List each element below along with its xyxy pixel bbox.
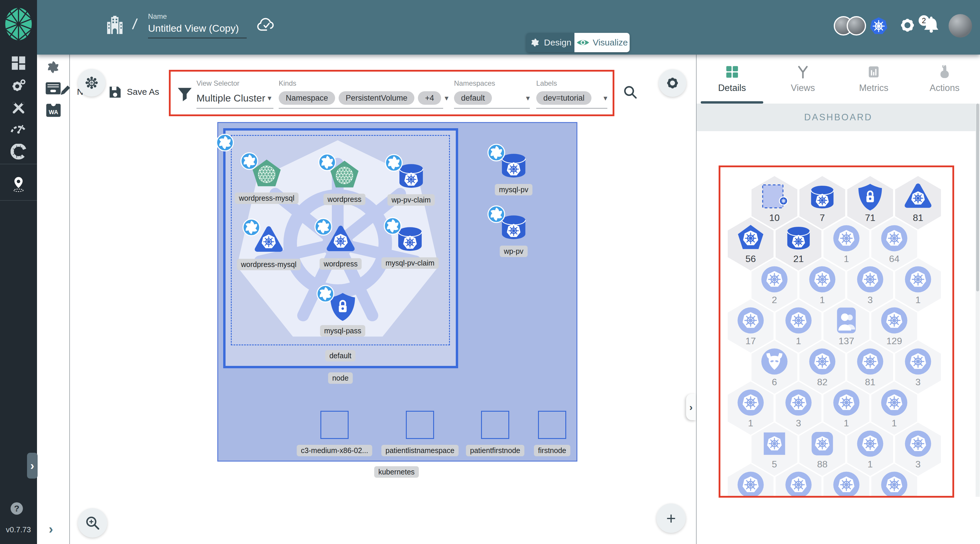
kind-chip[interactable]: PersistentVolume: [339, 91, 414, 105]
hex-cell-crd[interactable]: 3: [895, 422, 941, 476]
namespace-chip[interactable]: default: [454, 91, 492, 105]
hex-cell-secret[interactable]: 71: [847, 176, 893, 230]
collaborator-avatar[interactable]: [847, 16, 866, 35]
dashboard-section-header: DASHBOARD: [697, 103, 980, 131]
hex-cell-crd[interactable]: 1: [824, 217, 869, 271]
canvas-node-service[interactable]: [250, 157, 283, 191]
sidebar-item-location[interactable]: [0, 173, 37, 195]
canvas-node-deployment[interactable]: [324, 223, 357, 257]
tab-actions-label: Actions: [930, 83, 960, 93]
hex-cell-crd[interactable]: 1: [776, 299, 821, 353]
user-avatar[interactable]: [948, 14, 972, 38]
canvas-node-pvc[interactable]: [393, 222, 427, 256]
hex-cell-crd[interactable]: 3: [895, 340, 941, 394]
namespaces-label: Namespaces: [454, 79, 530, 87]
panel-flap-chevron[interactable]: ›: [686, 394, 696, 420]
hex-cell-crd[interactable]: 82: [799, 340, 845, 394]
meshery-spiral-tool-icon[interactable]: [45, 59, 62, 76]
hex-cell-crd[interactable]: 1: [871, 381, 917, 435]
hex-cell-volume[interactable]: 21: [776, 217, 821, 271]
gear-icon[interactable]: [899, 16, 916, 34]
hex-cell-crd[interactable]: 1: [799, 258, 845, 312]
hex-cell-pentagon[interactable]: 56: [728, 217, 773, 271]
hex-cell-deployment[interactable]: 81: [895, 176, 941, 230]
tab-design[interactable]: Design: [526, 33, 574, 52]
kinds-field[interactable]: Kinds NamespacePersistentVolume+4▾: [279, 79, 443, 109]
hex-cell-volume[interactable]: 7: [799, 176, 845, 230]
resource-honeycomb: 1077181562116421311711371296828131311588…: [717, 164, 960, 496]
node-tool-button[interactable]: [78, 69, 105, 97]
canvas-settings-button[interactable]: [659, 69, 686, 97]
hex-cell-crd[interactable]: 3: [776, 381, 821, 435]
sidebar-expand-button[interactable]: ›: [27, 453, 38, 479]
save-icon[interactable]: [109, 86, 122, 98]
tab-actions[interactable]: Actions: [909, 55, 980, 103]
namespaces-field[interactable]: Namespaces default▾: [454, 79, 530, 109]
host-node[interactable]: [320, 411, 348, 439]
view-selector-field[interactable]: View Selector Multiple Cluster▾: [196, 79, 274, 109]
hex-cell-user[interactable]: 137: [824, 299, 869, 353]
chevron-down-icon[interactable]: ▾: [445, 94, 449, 103]
hex-count: 1: [820, 295, 825, 305]
hex-cell-crd[interactable]: 1: [824, 381, 869, 435]
cluster-label-chip: kubernetes: [374, 466, 419, 478]
sidebar-item-toolbox[interactable]: [0, 97, 37, 119]
host-label-chip: patientlistnamespace: [382, 445, 459, 456]
hex-cell-crd[interactable]: 1: [728, 381, 773, 435]
save-as-button[interactable]: Save As: [127, 87, 159, 97]
hex-cell-crd[interactable]: 17: [728, 299, 773, 353]
host-node[interactable]: [538, 411, 566, 439]
view-name-input[interactable]: [148, 21, 245, 35]
sidebar-item-performance[interactable]: [0, 117, 37, 139]
canvas-node-deployment[interactable]: [252, 224, 285, 257]
chevron-down-icon[interactable]: ▾: [267, 94, 271, 103]
hex-cell-crd[interactable]: 3: [847, 258, 893, 312]
canvas-node-secret[interactable]: [326, 290, 360, 324]
zoom-in-button[interactable]: [78, 508, 107, 538]
hex-cell-roundsquare[interactable]: 88: [799, 422, 845, 476]
canvas-node-pvc[interactable]: [395, 159, 428, 193]
kind-chip[interactable]: Namespace: [279, 91, 335, 105]
sidebar-item-extensions[interactable]: [0, 141, 37, 163]
canvas-node-pvc[interactable]: [497, 211, 530, 244]
wasm-icon[interactable]: WA: [45, 102, 62, 119]
tab-metrics[interactable]: Metrics: [838, 55, 909, 103]
tab-views[interactable]: Views: [767, 55, 838, 103]
help-button[interactable]: ?: [11, 502, 23, 515]
pentagon-icon: [736, 224, 765, 253]
canvas-node-service[interactable]: [328, 159, 361, 192]
hex-cell-crd[interactable]: 81: [847, 340, 893, 394]
tab-visualize[interactable]: Visualize: [574, 33, 630, 52]
sidebar-item-dashboard[interactable]: [0, 52, 37, 74]
pencil-icon[interactable]: [57, 84, 71, 98]
hex-cell-daemon[interactable]: 6: [751, 340, 797, 394]
hex-cell-crd[interactable]: 1: [847, 422, 893, 476]
meshery-logo-icon[interactable]: [4, 6, 33, 42]
panel-scrollbar-thumb[interactable]: [976, 103, 979, 291]
meshery-badge-icon: [242, 218, 261, 237]
labels-field[interactable]: Labels dev=tutorial▾: [536, 79, 607, 109]
hex-cell-namespace[interactable]: 10: [751, 176, 797, 230]
kubernetes-context-icon[interactable]: [869, 16, 888, 36]
host-node[interactable]: [481, 411, 509, 439]
collapse-chevron[interactable]: ›: [49, 522, 53, 536]
chevron-down-icon[interactable]: ▾: [603, 94, 607, 103]
funnel-icon[interactable]: [177, 86, 192, 102]
hex-cell-crd[interactable]: 64: [871, 217, 917, 271]
hex-cell-square[interactable]: 5: [751, 422, 797, 476]
add-node-button[interactable]: +: [656, 503, 686, 533]
hex-cell-crd[interactable]: 1: [895, 258, 941, 312]
hex-cell-crd[interactable]: 129: [871, 299, 917, 353]
hex-cell-crd[interactable]: 2: [751, 258, 797, 312]
search-icon[interactable]: [623, 84, 638, 100]
chevron-down-icon[interactable]: ▾: [526, 94, 530, 103]
canvas-node-pvc[interactable]: [497, 149, 530, 182]
label-chip[interactable]: dev=tutorial: [536, 91, 592, 105]
kind-chip[interactable]: +4: [418, 91, 441, 105]
host-label-chip: patientfirstnode: [466, 445, 525, 456]
hex-count: 71: [865, 213, 875, 223]
sidebar-item-settings[interactable]: [0, 75, 37, 97]
tab-details[interactable]: Details: [697, 55, 767, 103]
view-selector-value[interactable]: Multiple Cluster: [196, 92, 265, 104]
host-node[interactable]: [406, 411, 434, 439]
